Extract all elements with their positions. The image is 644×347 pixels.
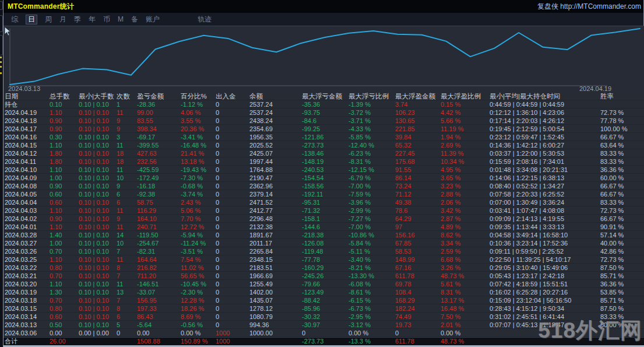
cell-balance: 1000.00 — [249, 329, 302, 337]
table-row[interactable]: 2024.03.201.100.10 | 0.1011-146.51-10.45… — [3, 280, 644, 288]
cell-min-max-lots: 0.10 | 0.10 — [79, 174, 117, 182]
cell-count: 18 — [117, 149, 137, 157]
cell-balance: 2425.07 — [249, 149, 302, 157]
table-row[interactable]: 2024.04.101.100.10 | 0.1011-425.59-19.43… — [3, 166, 644, 174]
table-row[interactable]: 2024.03.150.800.10 | 0.108197.3318.26 %0… — [3, 304, 644, 313]
cell-max-float-loss: -273.73 — [302, 141, 349, 149]
cell-max-float-loss-pct: -8.61 % — [349, 288, 395, 296]
menu-item-currency[interactable]: 币 — [103, 15, 110, 24]
cell-total-lots: 0.60 — [50, 190, 79, 198]
cell-pnl: 232.56 — [137, 157, 181, 166]
menu-item-month[interactable]: 月 — [59, 15, 66, 24]
cell-min-max-lots — [79, 338, 117, 345]
cell-pct: 0.00 % — [181, 329, 216, 337]
cell-count — [117, 338, 137, 345]
cell-min-max-lots: 0.10 | 0.10 — [79, 190, 117, 198]
cell-pnl: 1508.88 — [137, 338, 181, 345]
cell-max-float-loss: -148.19 — [302, 157, 349, 166]
column-header-max-float-loss-pct: 最大浮亏比例 — [349, 92, 395, 100]
cell-max-float-loss-pct: -13.30 % — [349, 272, 395, 280]
cell-pct: -11.24 % — [181, 239, 216, 247]
title-bar[interactable]: MTCommander统计 复盘侠 http://MTCommander.com — [3, 0, 644, 13]
cell-max-float-loss: -88.42 — [302, 296, 349, 304]
cell-pct: -5.94 % — [181, 231, 216, 239]
table-row[interactable]: 2024.03.180.700.10 | 0.107156.9512.28 %0… — [3, 296, 644, 304]
table-row[interactable]: 2024.04.111.800.10 | 0.1018232.5613.18 %… — [3, 157, 644, 166]
cell-pnl: -425.59 — [137, 166, 181, 174]
cell-max-float-profit: 221.85 — [395, 125, 441, 133]
cell-win-rate: 72.73 % — [600, 108, 644, 117]
table-row[interactable]: 2024.04.020.900.10 | 0.109164.107.70 %02… — [3, 215, 644, 223]
cell-max-float-profit: 67.16 — [395, 264, 441, 272]
table-row[interactable]: 2024.04.170.900.10 | 0.109398.3420.36 %0… — [3, 125, 644, 133]
cell-count: 11 — [117, 108, 137, 117]
cell-balance: 1080.79 — [249, 313, 302, 321]
cell-min-max-lots: 0.10 | 0.10 — [79, 247, 117, 255]
cell-pct: 11.02 % — [181, 264, 216, 272]
vendor-link[interactable]: 复盘侠 http://MTCommander.com — [537, 0, 641, 13]
table-row[interactable]: 2024.04.160.300.10 | 0.103-69.17-3.41 %0… — [3, 133, 644, 141]
mouse-cursor-icon — [3, 26, 12, 37]
menu-item-week[interactable]: 周 — [45, 15, 52, 24]
table-row[interactable]: 2024.04.121.800.10 | 0.1018427.6321.41 %… — [3, 149, 644, 157]
table-row[interactable]: 持仓0.100.10 | 0.101-28.36-1.12 %02537.24-… — [3, 100, 644, 108]
cell-win-rate: 66.67 % — [600, 182, 644, 190]
cell-min-max-lots: 0.10 | 0.10 — [79, 108, 117, 117]
cell-hold-time: 0:08:40 | 0:52:52 | 1:34:27 — [490, 182, 600, 190]
cell-max-float-profit-pct: 48.73 % — [441, 338, 490, 345]
cell-max-float-profit-pct: 5.66 % — [441, 117, 490, 125]
cell-pct: -0.56 % — [181, 321, 216, 329]
cell-max-float-loss-pct: -8.21 % — [349, 264, 395, 272]
cell-pnl: 398.34 — [137, 125, 181, 133]
cell-max-float-profit: 78.6 — [395, 206, 441, 215]
menu-item-year[interactable]: 年 — [89, 15, 96, 24]
table-row[interactable]: 2024.04.050.600.10 | 0.106-92.38-3.74 %0… — [3, 190, 644, 198]
menu-item-track[interactable]: 轨迹 — [198, 15, 212, 24]
menu-item-day[interactable]: 日 — [26, 15, 37, 24]
cell-date: 2024.03.13 — [5, 321, 50, 329]
table-row[interactable]: 2024.04.080.900.10 | 0.109-16.18-0.68 %0… — [3, 182, 644, 190]
cell-hold-time: 0:10:36 | 3:23:14 | 17:52:36 — [490, 239, 600, 247]
cell-max-float-loss-pct: -2.99 % — [349, 206, 395, 215]
cell-max-float-profit: 97 — [395, 223, 441, 231]
cell-win-rate: 40.00 % — [600, 239, 644, 247]
cell-max-float-loss: -154.54 — [302, 174, 349, 182]
cell-win-rate: 66.67 % — [600, 133, 644, 141]
table-row[interactable]: 2024.04.180.900.10 | 0.10983.553.55 %024… — [3, 117, 644, 125]
table-row[interactable]: 2024.04.151.100.10 | 0.1011-399.55-16.48… — [3, 141, 644, 149]
menu-item-note[interactable]: 备 — [131, 15, 138, 24]
menu-item-m[interactable]: M — [118, 15, 124, 23]
table-row[interactable]: 2024.03.210.700.10 | 0.107711.2056.65 %0… — [3, 272, 644, 280]
chart-plot[interactable] — [3, 26, 644, 93]
cell-balance: 1402.00 — [249, 288, 302, 296]
cell-inout: 0 — [216, 198, 249, 206]
menu-item-account[interactable]: 账户 — [146, 15, 160, 24]
cell-balance: 1764.88 — [249, 166, 302, 174]
cell-max-float-profit: 148.99 — [395, 255, 441, 264]
menu-item-quarter[interactable]: 季 — [74, 15, 81, 24]
cell-balance: 1956.35 — [249, 133, 302, 141]
table-row[interactable]: 2024.04.011.100.10 | 0.1011240.7112.72 %… — [3, 223, 644, 231]
table-row[interactable]: 2024.03.260.700.10 | 0.107-82.31-3.51 %0… — [3, 247, 644, 255]
cell-total-lots: 0.80 — [50, 264, 79, 272]
cell-count: 6 — [117, 190, 137, 198]
table-row[interactable]: 2024.04.031.100.10 | 0.1011116.295.06 %0… — [3, 206, 644, 215]
cell-inout: 0 — [216, 239, 249, 247]
cell-pct: 13.18 % — [181, 157, 216, 166]
table-row[interactable]: 2024.04.091.000.10 | 0.1010-172.49-7.30 … — [3, 174, 644, 182]
menu-item-summary[interactable]: 综 — [11, 15, 18, 24]
table-row[interactable]: 2024.03.271.000.10 | 0.1010-254.67-11.24… — [3, 239, 644, 247]
table-row[interactable]: 2024.04.040.600.10 | 0.10658.752.43 %024… — [3, 198, 644, 206]
cell-count: 7 — [117, 272, 137, 280]
table-row[interactable]: 2024.03.281.400.10 | 0.1014-119.50-5.94 … — [3, 231, 644, 239]
cell-inout: 0 — [216, 174, 249, 182]
cell-inout: 0 — [216, 141, 249, 149]
table-row[interactable]: 2024.03.251.100.10 | 0.1011164.647.54 %0… — [3, 255, 644, 264]
table-row[interactable]: 2024.04.191.100.10 | 0.101199.004.06 %02… — [3, 108, 644, 117]
cell-total-lots: 1.80 — [50, 157, 79, 166]
cell-hold-time: 0:44:59 | 0:44:59 | 0:44:59 — [490, 100, 600, 108]
cell-pnl: 83.55 — [137, 117, 181, 125]
table-row[interactable]: 2024.03.191.300.10 | 0.1013-33.07-2.30 %… — [3, 288, 644, 296]
table-row[interactable]: 2024.03.220.800.10 | 0.108216.8211.02 %0… — [3, 264, 644, 272]
column-header-max-float-profit: 最大浮盈金额 — [395, 92, 441, 100]
